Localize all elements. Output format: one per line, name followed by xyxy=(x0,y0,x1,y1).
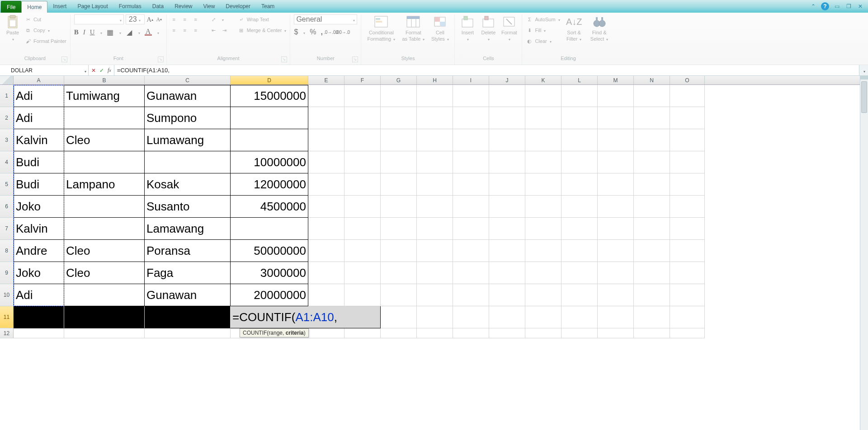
cell-J10[interactable] xyxy=(489,284,525,306)
cell-G11[interactable] xyxy=(381,306,417,328)
cell-N6[interactable] xyxy=(634,196,670,218)
cell-C5[interactable]: Kosak xyxy=(145,173,231,196)
cell-M5[interactable] xyxy=(598,173,634,196)
fill-button[interactable]: ⬇Fill xyxy=(526,25,560,35)
cell-O6[interactable] xyxy=(670,196,705,218)
cell-K9[interactable] xyxy=(525,262,561,284)
font-name-dropdown[interactable] xyxy=(74,14,124,24)
chevron-down-icon[interactable] xyxy=(84,66,86,75)
cell-O11[interactable] xyxy=(670,306,705,328)
cell-C3[interactable]: Lumawang xyxy=(145,129,231,151)
cell-H7[interactable] xyxy=(417,218,453,240)
cell-K10[interactable] xyxy=(525,284,561,306)
cell-O9[interactable] xyxy=(670,262,705,284)
column-header-I[interactable]: I xyxy=(453,76,489,84)
cell-K2[interactable] xyxy=(525,107,561,129)
cell-J9[interactable] xyxy=(489,262,525,284)
sort-filter-button[interactable]: A↓ZSort &Filter xyxy=(563,14,585,42)
format-painter-button[interactable]: 🖌Format Painter xyxy=(24,36,66,46)
cell-M12[interactable] xyxy=(598,328,634,338)
cell-L9[interactable] xyxy=(561,262,598,284)
cell-H10[interactable] xyxy=(417,284,453,306)
cell-J2[interactable] xyxy=(489,107,525,129)
tab-review[interactable]: Review xyxy=(169,0,198,13)
cell-D9[interactable]: 3000000 xyxy=(231,262,308,284)
cell-B1[interactable]: Tumiwang xyxy=(64,85,145,107)
underline-button[interactable]: U xyxy=(90,28,95,36)
cell-I9[interactable] xyxy=(453,262,489,284)
cell-F12[interactable] xyxy=(344,328,381,338)
cell-E7[interactable] xyxy=(308,218,344,240)
tab-view[interactable]: View xyxy=(198,0,221,13)
decrease-font-icon[interactable]: A▾ xyxy=(156,16,163,23)
cell-M6[interactable] xyxy=(598,196,634,218)
select-all-corner[interactable] xyxy=(0,76,14,84)
cell-I12[interactable] xyxy=(453,328,489,338)
cell-K7[interactable] xyxy=(525,218,561,240)
column-header-N[interactable]: N xyxy=(634,76,670,84)
cell-M7[interactable] xyxy=(598,218,634,240)
cell-F8[interactable] xyxy=(344,240,381,262)
cell-B2[interactable] xyxy=(64,107,145,129)
tab-formulas[interactable]: Formulas xyxy=(113,0,147,13)
cell-B7[interactable] xyxy=(64,218,145,240)
cell-I2[interactable] xyxy=(453,107,489,129)
cancel-edit-icon[interactable]: ✕ xyxy=(91,67,96,74)
align-center-icon[interactable]: ≡ xyxy=(181,27,189,34)
cell-C10[interactable]: Gunawan xyxy=(145,284,231,306)
cell-E6[interactable] xyxy=(308,196,344,218)
cell-K6[interactable] xyxy=(525,196,561,218)
cell-N3[interactable] xyxy=(634,129,670,151)
cell-D6[interactable]: 4500000 xyxy=(231,196,308,218)
cell-E9[interactable] xyxy=(308,262,344,284)
cell-F6[interactable] xyxy=(344,196,381,218)
cell-N10[interactable] xyxy=(634,284,670,306)
window-restore-icon[interactable]: ❐ xyxy=(844,2,853,10)
cell-G7[interactable] xyxy=(381,218,417,240)
clear-button[interactable]: ◐Clear xyxy=(526,36,560,46)
window-close-icon[interactable]: ✕ xyxy=(856,2,864,10)
cell-B9[interactable]: Cleo xyxy=(64,262,145,284)
column-header-O[interactable]: O xyxy=(670,76,705,84)
cell-C6[interactable]: Susanto xyxy=(145,196,231,218)
cell-J11[interactable] xyxy=(489,306,525,328)
row-header-2[interactable]: 2 xyxy=(0,107,14,129)
column-header-G[interactable]: G xyxy=(381,76,417,84)
conditional-formatting-button[interactable]: Conditional Formatting xyxy=(365,14,397,42)
cell-E1[interactable] xyxy=(308,85,344,107)
increase-indent-icon[interactable]: ⇥ xyxy=(221,27,228,34)
copy-button[interactable]: ⧉Copy xyxy=(24,25,66,35)
cell-E5[interactable] xyxy=(308,173,344,196)
cell-K5[interactable] xyxy=(525,173,561,196)
row-header-10[interactable]: 10 xyxy=(0,284,14,306)
cell-O1[interactable] xyxy=(670,85,705,107)
cell-D10[interactable]: 20000000 xyxy=(231,284,308,306)
cell-D3[interactable] xyxy=(231,129,308,151)
cell-A7[interactable]: Kalvin xyxy=(14,218,64,240)
tab-insert[interactable]: Insert xyxy=(47,0,72,13)
cell-O7[interactable] xyxy=(670,218,705,240)
cell-N5[interactable] xyxy=(634,173,670,196)
cell-F5[interactable] xyxy=(344,173,381,196)
dialog-launcher-icon[interactable]: ↘ xyxy=(281,56,287,62)
cell-L12[interactable] xyxy=(561,328,598,338)
cell-H8[interactable] xyxy=(417,240,453,262)
cell-M9[interactable] xyxy=(598,262,634,284)
row-header-3[interactable]: 3 xyxy=(0,129,14,151)
orientation-icon[interactable]: ⤢ xyxy=(210,16,217,23)
align-right-icon[interactable]: ≡ xyxy=(192,27,199,34)
delete-cells-button[interactable]: Delete xyxy=(479,14,497,42)
cell-D11[interactable]: =COUNTIF(A1:A10, xyxy=(231,306,381,328)
cell-J7[interactable] xyxy=(489,218,525,240)
cut-button[interactable]: ✂Cut xyxy=(24,14,66,24)
cell-F3[interactable] xyxy=(344,129,381,151)
cell-E10[interactable] xyxy=(308,284,344,306)
cell-B11[interactable] xyxy=(64,306,145,328)
cell-F1[interactable] xyxy=(344,85,381,107)
cell-N1[interactable] xyxy=(634,85,670,107)
align-left-icon[interactable]: ≡ xyxy=(170,27,178,34)
cell-B12[interactable] xyxy=(64,328,145,338)
column-header-K[interactable]: K xyxy=(525,76,561,84)
cell-H12[interactable] xyxy=(417,328,453,338)
cell-I8[interactable] xyxy=(453,240,489,262)
